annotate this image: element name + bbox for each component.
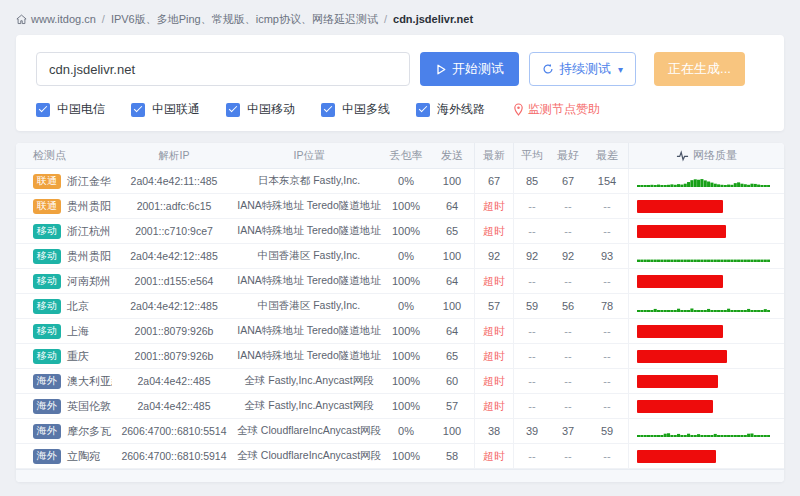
- worst-cell: 93: [586, 244, 628, 268]
- loss-cell: 100%: [382, 344, 430, 368]
- quality-bar-red: [637, 350, 727, 363]
- ip-cell: 2a04:4e42:11::485: [112, 169, 236, 193]
- isp-badge: 移动: [33, 349, 61, 364]
- chevron-down-icon: ▾: [618, 64, 623, 75]
- checkbox-china-unicom[interactable]: 中国联通: [131, 101, 200, 118]
- latest-cell: 超时: [474, 394, 514, 418]
- test-input-row: 开始测试 持续测试 ▾ 正在生成...: [36, 52, 764, 86]
- table-row: 海外 澳大利亚悉尼 2a04:4e42::485 全球 Fastly,Inc.A…: [16, 369, 784, 394]
- location-cell: 全球 CloudflareIncAnycast网段: [236, 419, 382, 443]
- loss-cell: 100%: [382, 194, 430, 218]
- breadcrumb-category-label: IPV6版、多地Ping、常规版、icmp协议、网络延迟测试: [111, 12, 378, 27]
- page: www.itdog.cn / IPV6版、多地Ping、常规版、icmp协议、网…: [0, 0, 800, 482]
- worst-cell: 78: [586, 294, 628, 318]
- node-name: 北京: [67, 299, 89, 314]
- header-node: 检测点: [16, 143, 112, 168]
- node-cell: 海外 立陶宛: [16, 444, 112, 468]
- breadcrumb-separator-2: /: [384, 13, 387, 25]
- avg-cell: --: [514, 369, 550, 393]
- sent-cell: 60: [430, 369, 474, 393]
- location-cell: 日本东京都 Fastly,Inc.: [236, 169, 382, 193]
- quality-sparkline: [637, 173, 770, 189]
- sponsor-nodes-link[interactable]: 监测节点赞助: [513, 101, 600, 118]
- checkbox-china-telecom[interactable]: 中国电信: [36, 101, 105, 118]
- continuous-test-button[interactable]: 持续测试 ▾: [529, 52, 636, 86]
- best-cell: 92: [550, 244, 586, 268]
- header-location: IP位置: [236, 143, 382, 168]
- loss-cell: 0%: [382, 244, 430, 268]
- generating-label: 正在生成...: [668, 60, 731, 78]
- best-cell: 67: [550, 169, 586, 193]
- location-cell: 全球 Fastly,Inc.Anycast网段: [236, 369, 382, 393]
- loss-cell: 100%: [382, 369, 430, 393]
- checkbox-label: 中国移动: [247, 101, 295, 118]
- node-name: 贵州贵阳: [67, 199, 111, 214]
- breadcrumb-home-link[interactable]: www.itdog.cn: [16, 13, 96, 25]
- worst-cell: --: [586, 219, 628, 243]
- node-name: 重庆: [67, 349, 89, 364]
- quality-cell: [628, 369, 784, 393]
- quality-cell: [628, 344, 784, 368]
- best-cell: 37: [550, 419, 586, 443]
- quality-cell: [628, 219, 784, 243]
- ip-cell: 2606:4700::6810:5914: [112, 444, 236, 468]
- avg-cell: --: [514, 394, 550, 418]
- isp-badge: 海外: [33, 399, 61, 414]
- loss-cell: 0%: [382, 294, 430, 318]
- generating-button[interactable]: 正在生成...: [654, 52, 745, 86]
- line-filters: 中国电信 中国联通 中国移动 中国多线 海外线路 监测节点赞助: [36, 101, 764, 118]
- latest-cell: 超时: [474, 369, 514, 393]
- host-input[interactable]: [36, 52, 410, 86]
- node-cell: 联通 贵州贵阳: [16, 194, 112, 218]
- table-row: 联通 浙江金华 2a04:4e42:11::485 日本东京都 Fastly,I…: [16, 169, 784, 194]
- node-name: 河南郑州: [67, 274, 111, 289]
- sent-cell: 100: [430, 244, 474, 268]
- node-cell: 移动 贵州贵阳: [16, 244, 112, 268]
- quality-cell: [628, 294, 784, 318]
- sent-cell: 65: [430, 344, 474, 368]
- worst-cell: --: [586, 369, 628, 393]
- results-table: 检测点 解析IP IP位置 丢包率 发送 最新 平均 最好 最差 网络质量 联通…: [16, 143, 784, 482]
- quality-sparkline: [637, 423, 770, 439]
- sent-cell: 100: [430, 294, 474, 318]
- quality-bar-red: [637, 400, 713, 413]
- quality-cell: [628, 169, 784, 193]
- avg-cell: 92: [514, 244, 550, 268]
- loss-cell: 100%: [382, 319, 430, 343]
- table-row: 移动 浙江杭州 2001::c710:9ce7 IANA特殊地址 Teredo隧…: [16, 219, 784, 244]
- node-cell: 海外 澳大利亚悉尼: [16, 369, 112, 393]
- worst-cell: --: [586, 194, 628, 218]
- node-name: 上海: [67, 324, 89, 339]
- start-test-button[interactable]: 开始测试: [420, 52, 519, 86]
- breadcrumb-separator: /: [102, 13, 105, 25]
- sent-cell: 65: [430, 219, 474, 243]
- breadcrumb-category-link[interactable]: IPV6版、多地Ping、常规版、icmp协议、网络延迟测试: [111, 12, 378, 27]
- worst-cell: --: [586, 394, 628, 418]
- checkbox-china-mobile[interactable]: 中国移动: [226, 101, 295, 118]
- breadcrumb-home-label: www.itdog.cn: [31, 13, 96, 25]
- start-test-label: 开始测试: [452, 60, 504, 78]
- latest-cell: 超时: [474, 444, 514, 468]
- checkbox-label: 中国电信: [57, 101, 105, 118]
- latest-cell: 67: [474, 169, 514, 193]
- quality-sparkline: [637, 298, 770, 314]
- map-pin-icon: [513, 103, 524, 116]
- ip-cell: 2001::8079:926b: [112, 344, 236, 368]
- quality-bar-red: [637, 325, 723, 338]
- table-row: 移动 上海 2001::8079:926b IANA特殊地址 Teredo隧道地…: [16, 319, 784, 344]
- checkbox-china-multiline[interactable]: 中国多线: [321, 101, 390, 118]
- latest-cell: 92: [474, 244, 514, 268]
- node-cell: 海外 摩尔多瓦: [16, 419, 112, 443]
- location-cell: 全球 Fastly,Inc.Anycast网段: [236, 394, 382, 418]
- table-body: 联通 浙江金华 2a04:4e42:11::485 日本东京都 Fastly,I…: [16, 169, 784, 469]
- breadcrumb-current: cdn.jsdelivr.net: [393, 13, 473, 25]
- location-cell: 中国香港区 Fastly,Inc.: [236, 244, 382, 268]
- checkbox-overseas[interactable]: 海外线路: [416, 101, 485, 118]
- node-name: 英国伦敦: [67, 399, 111, 414]
- location-cell: 中国香港区 Fastly,Inc.: [236, 294, 382, 318]
- latest-cell: 超时: [474, 219, 514, 243]
- quality-bar-red: [637, 225, 726, 238]
- header-ip: 解析IP: [112, 143, 236, 168]
- quality-bar-red: [637, 375, 718, 388]
- location-cell: IANA特殊地址 Teredo隧道地址: [236, 194, 382, 218]
